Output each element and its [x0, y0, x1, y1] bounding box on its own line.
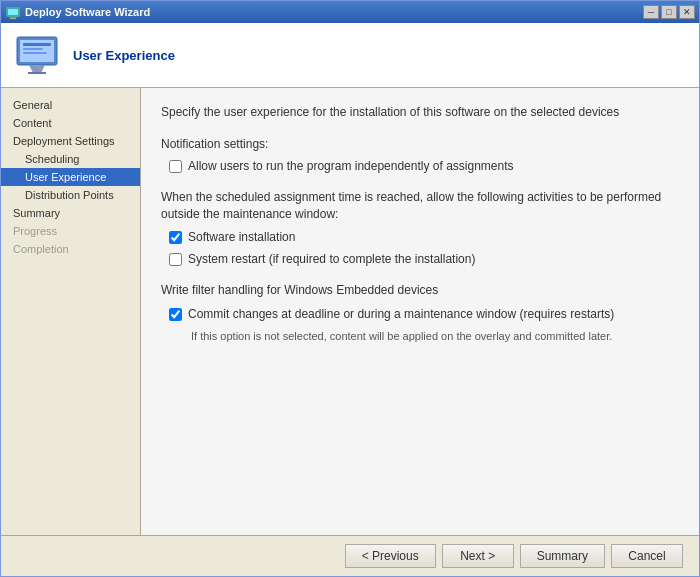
window-icon	[5, 4, 21, 20]
summary-button[interactable]: Summary	[520, 544, 605, 568]
checkbox3[interactable]	[169, 253, 182, 266]
content-description: Specify the user experience for the inst…	[161, 104, 679, 121]
sidebar-item-distribution-points[interactable]: Distribution Points	[1, 186, 140, 204]
checkbox2[interactable]	[169, 231, 182, 244]
sidebar-item-completion: Completion	[1, 240, 140, 258]
svg-rect-9	[23, 48, 43, 50]
previous-button[interactable]: < Previous	[345, 544, 436, 568]
main-window: Deploy Software Wizard ─ □ ✕ User Experi…	[0, 0, 700, 577]
sidebar-item-progress: Progress	[1, 222, 140, 240]
close-button[interactable]: ✕	[679, 5, 695, 19]
main-area: General Content Deployment Settings Sche…	[1, 88, 699, 535]
svg-rect-7	[28, 72, 46, 74]
checkbox4-label: Commit changes at deadline or during a m…	[188, 307, 614, 321]
checkbox4-row: Commit changes at deadline or during a m…	[161, 307, 679, 321]
header-icon	[13, 31, 61, 79]
content-area: Specify the user experience for the inst…	[141, 88, 699, 535]
window-title: Deploy Software Wizard	[25, 6, 150, 18]
checkbox1-row: Allow users to run the program independe…	[161, 159, 679, 173]
minimize-button[interactable]: ─	[643, 5, 659, 19]
svg-rect-10	[23, 52, 47, 54]
cancel-button[interactable]: Cancel	[611, 544, 683, 568]
checkbox4[interactable]	[169, 308, 182, 321]
svg-rect-1	[8, 9, 18, 15]
checkbox3-row: System restart (if required to complete …	[161, 252, 679, 266]
write-filter-text: Write filter handling for Windows Embedd…	[161, 282, 679, 299]
sidebar-item-summary[interactable]: Summary	[1, 204, 140, 222]
info-text: If this option is not selected, content …	[161, 329, 679, 344]
svg-rect-3	[10, 18, 16, 19]
svg-marker-6	[29, 65, 45, 73]
sidebar-item-content[interactable]: Content	[1, 114, 140, 132]
sidebar: General Content Deployment Settings Sche…	[1, 88, 141, 535]
maintenance-text: When the scheduled assignment time is re…	[161, 189, 679, 223]
checkbox3-label: System restart (if required to complete …	[188, 252, 475, 266]
sidebar-item-user-experience[interactable]: User Experience	[1, 168, 140, 186]
svg-rect-8	[23, 43, 51, 46]
notification-label: Notification settings:	[161, 137, 679, 151]
maximize-button[interactable]: □	[661, 5, 677, 19]
checkbox1-label: Allow users to run the program independe…	[188, 159, 514, 173]
next-button[interactable]: Next >	[442, 544, 514, 568]
sidebar-item-scheduling[interactable]: Scheduling	[1, 150, 140, 168]
header: User Experience	[1, 23, 699, 88]
checkbox2-row: Software installation	[161, 230, 679, 244]
checkbox2-label: Software installation	[188, 230, 295, 244]
sidebar-item-general[interactable]: General	[1, 96, 140, 114]
header-title: User Experience	[73, 48, 175, 63]
footer: < Previous Next > Summary Cancel	[1, 535, 699, 576]
checkbox1[interactable]	[169, 160, 182, 173]
sidebar-item-deployment-settings[interactable]: Deployment Settings	[1, 132, 140, 150]
title-bar: Deploy Software Wizard ─ □ ✕	[1, 1, 699, 23]
